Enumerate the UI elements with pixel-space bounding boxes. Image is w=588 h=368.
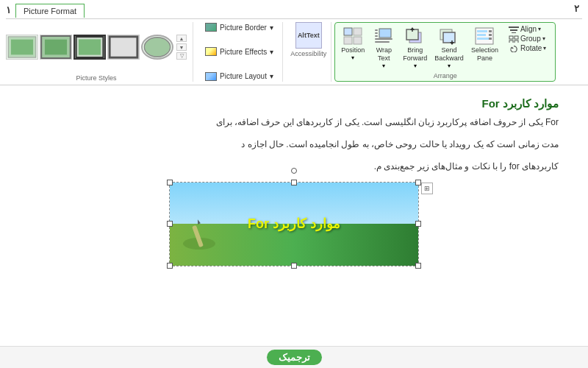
bottom-bar: ترجمیک: [0, 346, 588, 368]
svg-rect-28: [477, 30, 487, 32]
svg-rect-24: [443, 32, 455, 43]
svg-rect-17: [375, 38, 392, 40]
image-text-overlay: موارد کاربرد For: [248, 216, 340, 232]
selection-pane-btn[interactable]: SelectionPane: [468, 24, 501, 64]
style-scroll: ▲ ▼ ▽: [176, 35, 187, 60]
svg-rect-15: [375, 32, 378, 34]
doc-title: موارد کاربرد For: [29, 97, 559, 110]
svg-marker-22: [410, 27, 415, 30]
handle-bc[interactable]: [291, 263, 297, 269]
wrap-text-icon: [372, 26, 395, 46]
tab-number-1: ۱: [6, 4, 11, 15]
picture-format-tab[interactable]: Picture Format: [15, 4, 85, 18]
picture-layout-btn[interactable]: Picture Layout ▾: [202, 71, 276, 82]
svg-marker-44: [196, 219, 201, 224]
svg-rect-29: [477, 34, 486, 36]
style-thumb-2[interactable]: [40, 35, 72, 60]
svg-rect-35: [510, 29, 517, 31]
doc-paragraph-2: مدت زمانی است که یک رویداد یا حالت روحی …: [29, 137, 559, 152]
svg-rect-31: [489, 30, 492, 32]
svg-rect-11: [344, 37, 352, 44]
tab-number-2: ۲: [574, 3, 579, 14]
svg-rect-18: [375, 41, 390, 43]
svg-rect-36: [512, 32, 516, 33]
layout-icon: [205, 72, 217, 81]
svg-rect-1: [11, 40, 33, 55]
svg-point-8: [144, 38, 170, 57]
svg-marker-41: [510, 46, 514, 49]
handle-bl[interactable]: [167, 263, 173, 269]
group-btn[interactable]: Group ▾: [506, 34, 549, 43]
arrange-group: Position ▾ Wra: [334, 22, 556, 82]
image-content: موارد کاربرد For: [170, 183, 418, 266]
svg-rect-9: [344, 28, 352, 35]
svg-rect-30: [477, 38, 489, 40]
send-backward-btn[interactable]: SendBackward ▾: [431, 24, 467, 71]
rotate-btn[interactable]: Rotate ▾: [506, 43, 549, 53]
svg-rect-6: [110, 37, 137, 57]
svg-rect-37: [509, 36, 513, 39]
svg-rect-16: [375, 35, 378, 37]
send-backward-icon: [437, 26, 461, 46]
translate-badge[interactable]: ترجمیک: [267, 350, 322, 365]
position-label: Position: [341, 46, 365, 54]
svg-rect-12: [354, 37, 362, 44]
handle-ml[interactable]: [167, 221, 173, 227]
align-btn[interactable]: Align ▾: [506, 24, 549, 34]
picture-styles-label: Picture Styles: [76, 74, 116, 82]
handle-mr[interactable]: [415, 221, 421, 227]
svg-rect-13: [379, 29, 391, 38]
style-thumb-4[interactable]: [107, 35, 140, 60]
svg-rect-5: [79, 40, 101, 55]
svg-rect-3: [45, 40, 67, 55]
picture-effects-btn[interactable]: Picture Effects ▾: [202, 46, 276, 57]
alt-text-group: Alt Text Accessibility: [286, 22, 331, 82]
svg-rect-32: [489, 34, 492, 36]
alt-text-btn[interactable]: Alt Text: [295, 22, 322, 49]
arrange-label: Arrange: [338, 72, 552, 79]
rotate-handle[interactable]: [291, 168, 297, 174]
layout-options-icon[interactable]: ⊞: [421, 183, 433, 194]
selected-image[interactable]: موارد کاربرد For ⊞: [169, 182, 419, 266]
picture-border-btn[interactable]: Picture Border ▾: [202, 22, 276, 32]
svg-rect-38: [514, 36, 518, 39]
handle-br[interactable]: [415, 263, 421, 269]
style-thumb-1[interactable]: [6, 35, 38, 60]
selection-pane-label: SelectionPane: [471, 46, 498, 63]
style-thumb-3[interactable]: [74, 35, 106, 60]
document-area: موارد کاربرد For For یکی از حروف اضافه پ…: [0, 85, 588, 346]
selection-pane-icon: [473, 26, 496, 46]
wrap-text-label: WrapText: [376, 46, 392, 63]
svg-marker-26: [450, 42, 454, 45]
bring-forward-btn[interactable]: BringForward ▾: [400, 24, 430, 71]
effects-icon: [205, 47, 217, 56]
svg-rect-34: [509, 26, 519, 28]
position-icon: [341, 26, 365, 46]
send-backward-label: SendBackward: [434, 46, 464, 63]
position-btn[interactable]: Position ▾: [338, 24, 368, 63]
svg-rect-10: [354, 28, 362, 35]
handle-tc[interactable]: [291, 180, 297, 185]
picture-options-group: Picture Border ▾ Picture Effects ▾ Pictu…: [196, 22, 283, 82]
scroll-up-btn[interactable]: ▲: [176, 35, 187, 42]
style-thumb-5[interactable]: [141, 35, 173, 60]
bring-forward-icon: [404, 26, 427, 46]
svg-rect-33: [489, 38, 492, 40]
handle-tl[interactable]: [167, 180, 173, 185]
scroll-down-btn[interactable]: ▼: [176, 43, 187, 51]
wrap-text-btn[interactable]: WrapText ▾: [369, 24, 398, 71]
accessibility-label: Accessibility: [290, 50, 326, 57]
picture-styles-group: ▲ ▼ ▽ Picture Styles: [6, 22, 193, 82]
doc-paragraph-1: For یکی از حروف اضافه پرکاربرد زبان انگل…: [29, 115, 559, 130]
svg-rect-39: [509, 40, 513, 43]
scroll-expand-btn[interactable]: ▽: [176, 52, 187, 60]
handle-tr[interactable]: [415, 180, 421, 185]
border-icon: [205, 23, 217, 32]
arrange-right-buttons: Align ▾ Group ▾ Rotate ▾: [503, 24, 552, 53]
svg-rect-40: [514, 40, 518, 43]
svg-rect-14: [375, 29, 378, 31]
bring-forward-label: BringForward: [403, 46, 427, 63]
